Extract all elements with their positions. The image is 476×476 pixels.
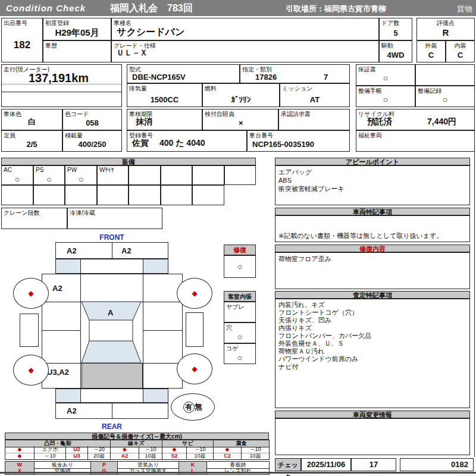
inspection-cell: 車検期限 抹消	[127, 109, 202, 130]
front-corner-left	[55, 259, 81, 274]
model-code-value: DBE-NCP165V	[127, 73, 239, 82]
maintenance-book-value: ○	[356, 95, 415, 104]
recycle-fee-cell: リサイクル料 預託済 7,440円	[356, 109, 475, 130]
side-sill-left	[20, 314, 39, 347]
presence-yes: 有	[183, 402, 195, 413]
damage-diamond: ◆	[5, 453, 34, 460]
model-code-cell: 型式 DBE-NCP165V	[127, 64, 240, 83]
divider-solid	[2, 92, 121, 92]
insurance-cell: 検付自賠責 ×	[202, 109, 278, 130]
rear-corner-right	[143, 389, 168, 403]
check-label: チェック	[278, 461, 298, 476]
check-inspector-value: 17	[369, 460, 378, 469]
transmission-cell: ミッション AT	[280, 83, 350, 107]
class-number-value2: 7	[324, 73, 328, 82]
equipment-cell-empty	[65, 185, 97, 205]
brand-logo: Condition Check	[6, 3, 86, 13]
transmission-value: AT	[280, 95, 349, 104]
equipment-cell-empty	[161, 185, 192, 205]
lot-number-value: 182	[2, 39, 42, 51]
color-code-cell: 色コード 058	[62, 109, 122, 130]
legend-title-bar: 損傷記号＆損傷サイズ(～最大cm)	[5, 433, 269, 440]
equipment-cell-ps: PS ○	[33, 165, 65, 185]
cabin-tear-cell: ヤブレ	[224, 302, 256, 322]
right-edge-line	[474, 64, 475, 457]
crane-cell: クレーン段数	[1, 208, 67, 229]
vehicle-category: 貨物	[457, 4, 472, 14]
mark-front-bumper-right: A2	[121, 246, 131, 255]
lot-number-label: 出品番号	[4, 19, 27, 27]
equipment-cell-empty	[192, 185, 224, 205]
warranty-label: 保証書	[358, 65, 376, 74]
model-name-cell: 車種名 サクシードバン	[111, 18, 379, 40]
drive-value: 4WD	[380, 51, 412, 60]
side-sill-right	[186, 312, 203, 347]
legend-cell: 20超	[87, 453, 110, 460]
interior-grade-value: C	[446, 51, 474, 60]
repair-content-title-bar: 修復内容	[275, 245, 470, 252]
mileage-cell: 走行(現メーター) 137,191km	[1, 64, 122, 107]
load-capacity-label: 積載量	[65, 131, 83, 140]
rear-window-shape	[82, 341, 141, 363]
first-registration-value: H29年05月	[43, 27, 111, 39]
maintenance-record-cell: 整備記録 ○	[415, 86, 475, 107]
appraisal-line: ナビ付	[278, 363, 466, 371]
appraisal-line: パワーウインドウ前席のみ	[278, 355, 466, 363]
appeal-line: エアバッグ	[278, 168, 466, 176]
insurance-label: 検付自賠責	[205, 110, 234, 118]
repair-content-panel: 荷物室フロア歪み	[275, 252, 470, 289]
maintenance-book-label: 整備手帳	[358, 87, 382, 95]
equipment-cell-empty	[97, 185, 129, 205]
wheel-front-left: ◆	[13, 278, 49, 309]
lot-number-cell: 出品番号 182	[1, 18, 43, 62]
appeal-panel: エアバッグ ABS 衝突被害軽減ブレーキ	[275, 165, 470, 205]
doors-label: ドア数	[381, 19, 399, 27]
equipment-cell-empty	[129, 165, 161, 185]
history-label: 車歴	[45, 42, 57, 50]
damage-diamond: ◆	[192, 290, 197, 297]
mark-windshield: A	[108, 308, 113, 317]
equipment-cell-empty	[33, 185, 65, 205]
empty-cell	[415, 64, 475, 86]
equipment-label: PW	[67, 167, 77, 173]
grade-value: ＵＬ－Ｘ	[112, 48, 378, 58]
fridge-label: 冷凍/冷蔵	[70, 209, 95, 217]
damage-diamond: ◆	[28, 367, 33, 374]
check-date-value: 2025/11/06	[307, 460, 345, 469]
rear-bumper-divider	[112, 403, 112, 419]
fuel-label: 燃料	[205, 84, 217, 93]
score-label: 評価点	[417, 19, 474, 27]
color-code-value: 058	[63, 118, 121, 127]
divider-dotted	[2, 84, 121, 84]
displacement-label: 排気量	[129, 84, 147, 93]
mark-front-left-panel: A2	[52, 284, 62, 293]
chassis-number-value: NCP165-0035190	[248, 140, 349, 149]
equipment-value: ○	[2, 174, 33, 184]
warranty-value: ○	[356, 73, 415, 83]
cabin-burn-value: ○	[224, 353, 255, 362]
damage-code: S2	[162, 453, 186, 460]
sheet-number-cell: 0182	[400, 458, 474, 471]
title-bar: Condition Check 福岡入札会 783回 引取場所：福岡県古賀市青柳…	[0, 0, 476, 16]
code-desc: 交換跡	[34, 468, 90, 475]
front-bumper-divider	[112, 242, 112, 259]
code-key: G	[90, 468, 117, 475]
damage-code: A2	[110, 453, 139, 460]
damage-code: C2	[213, 453, 241, 460]
welfare-vehicle-cell: 福祉車両	[356, 130, 475, 152]
code-legend-row-2: X 交換跡 G ガラス交換要す L レンズ割れ	[5, 468, 270, 475]
mark-rear-left-panel: U3,A2	[47, 368, 69, 377]
fuel-cell: 燃料 ｶﾞｿﾘﾝ	[202, 83, 280, 107]
vehicle-notes-title-bar: 車両特記事項	[275, 208, 470, 215]
equipment-cell-empty	[1, 185, 33, 205]
front-label: FRONT	[97, 233, 127, 242]
displacement-cell: 排気量 1500CC	[127, 83, 202, 107]
first-registration-label: 初度登録	[45, 19, 69, 27]
equipment-label: PS	[36, 167, 43, 173]
maintenance-book-cell: 整備手帳 ○	[356, 86, 415, 107]
check-label-cell: チェック	[275, 458, 301, 471]
rear-corner-left	[55, 389, 81, 403]
class-number-cell: 指定・類別 17826 7	[240, 64, 350, 83]
equipment-label: AC	[4, 167, 12, 173]
body-line-right	[143, 274, 143, 389]
